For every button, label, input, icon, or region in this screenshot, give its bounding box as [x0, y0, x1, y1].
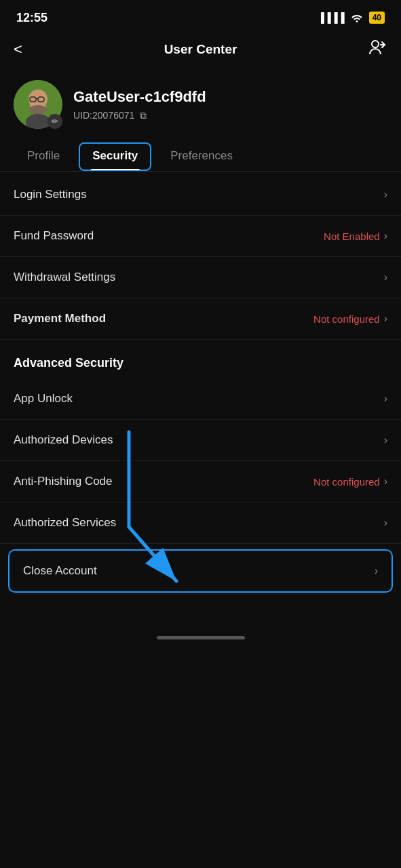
avatar-wrapper: ✏ [14, 80, 62, 129]
login-settings-right: › [384, 189, 387, 201]
advanced-security-header: Advanced Security [0, 340, 401, 378]
status-icons: ▐▐▐▐ 40 [318, 12, 385, 24]
uid-label: UID:20076071 [73, 110, 134, 121]
tab-security[interactable]: Security [79, 142, 151, 171]
anti-phishing-status: Not configured [313, 476, 380, 488]
chevron-icon: › [384, 393, 387, 405]
user-section: ✏ GateUser-c1cf9dfd UID:20076071 ⧉ [0, 72, 401, 142]
close-account-right: › [375, 565, 378, 577]
edit-icon: ✏ [52, 117, 58, 126]
header: < User Center [0, 33, 401, 72]
wifi-icon [350, 12, 364, 24]
withdrawal-settings-label: Withdrawal Settings [14, 271, 115, 284]
anti-phishing-item[interactable]: Anti-Phishing Code Not configured › [0, 461, 401, 502]
login-settings-label: Login Settings [14, 188, 87, 201]
menu-section: Login Settings › Fund Password Not Enabl… [0, 174, 401, 544]
chevron-icon: › [384, 230, 387, 242]
fund-password-label: Fund Password [14, 229, 94, 243]
authorized-devices-label: Authorized Devices [14, 433, 113, 447]
login-settings-item[interactable]: Login Settings › [0, 174, 401, 216]
home-indicator [0, 625, 401, 645]
svg-point-0 [372, 41, 379, 47]
chevron-icon: › [384, 271, 387, 283]
battery-level: 40 [369, 12, 385, 24]
authorized-devices-item[interactable]: Authorized Devices › [0, 420, 401, 461]
svg-point-5 [29, 105, 47, 115]
close-account-wrapper: Close Account › [8, 549, 393, 593]
withdrawal-settings-item[interactable]: Withdrawal Settings › [0, 257, 401, 298]
status-bar: 12:55 ▐▐▐▐ 40 [0, 0, 401, 33]
payment-method-right: Not configured › [313, 313, 387, 325]
fund-password-status: Not Enabled [324, 231, 380, 242]
authorized-services-right: › [384, 517, 387, 529]
tabs: Profile Security Preferences [0, 142, 401, 172]
app-unlock-item[interactable]: App Unlock › [0, 378, 401, 420]
tab-profile[interactable]: Profile [14, 142, 73, 171]
authorized-services-item[interactable]: Authorized Services › [0, 502, 401, 544]
home-bar [157, 636, 245, 639]
tab-preferences[interactable]: Preferences [157, 142, 246, 171]
payment-method-label: Payment Method [14, 312, 106, 326]
uid-row: UID:20076071 ⧉ [73, 110, 387, 121]
fund-password-right: Not Enabled › [324, 230, 387, 242]
chevron-icon: › [375, 565, 378, 577]
avatar-edit-button[interactable]: ✏ [47, 114, 62, 129]
chevron-icon: › [384, 517, 387, 529]
page-title: User Center [164, 42, 237, 57]
withdrawal-settings-right: › [384, 271, 387, 283]
user-info: GateUser-c1cf9dfd UID:20076071 ⧉ [73, 88, 387, 121]
username: GateUser-c1cf9dfd [73, 88, 387, 106]
authorized-devices-right: › [384, 434, 387, 446]
switch-user-icon[interactable] [363, 38, 387, 61]
close-account-item[interactable]: Close Account › [8, 549, 393, 593]
chevron-icon: › [384, 475, 387, 488]
anti-phishing-label: Anti-Phishing Code [14, 475, 113, 488]
status-time: 12:55 [16, 11, 47, 25]
copy-icon[interactable]: ⧉ [140, 110, 147, 121]
chevron-icon: › [384, 189, 387, 201]
payment-method-item[interactable]: Payment Method Not configured › [0, 298, 401, 340]
chevron-icon: › [384, 434, 387, 446]
app-unlock-label: App Unlock [14, 392, 73, 406]
chevron-icon: › [384, 313, 387, 325]
back-button[interactable]: < [14, 41, 38, 58]
fund-password-item[interactable]: Fund Password Not Enabled › [0, 216, 401, 257]
tab-active-indicator [91, 169, 140, 170]
app-unlock-right: › [384, 393, 387, 405]
anti-phishing-right: Not configured › [313, 475, 387, 488]
authorized-services-label: Authorized Services [14, 516, 116, 530]
signal-icon: ▐▐▐▐ [318, 12, 345, 23]
close-account-label: Close Account [23, 564, 97, 578]
payment-method-status: Not configured [313, 313, 380, 325]
